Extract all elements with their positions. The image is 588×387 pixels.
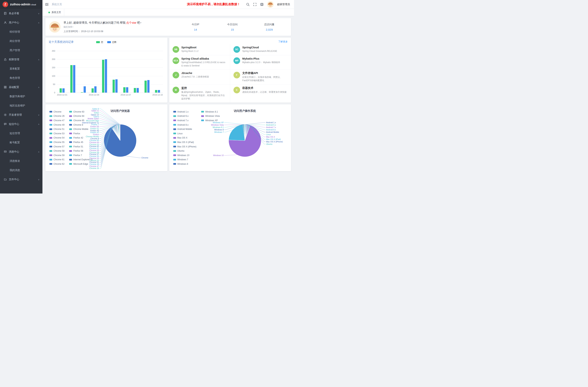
- sidebar-item-label: 消息中心: [9, 150, 19, 153]
- sidebar-subitem-[interactable]: 数据字典维护: [0, 92, 42, 101]
- sidebar-subitem-[interactable]: 我的消息: [0, 166, 42, 175]
- tech-stack-card: 了解更多 SBSpringBootSpring Boot 2.1.2SCSpri…: [169, 38, 291, 102]
- pie-label-line: [100, 125, 117, 125]
- bar-[interactable]: [123, 87, 126, 93]
- tech-item-[interactable]: C容器技术虚拟化容器技术，让迁移、部署更加方便快捷: [230, 84, 291, 103]
- pie-callout-label: Android 8.x: [266, 129, 276, 131]
- bar-group-2019-12-05: [99, 51, 110, 93]
- app-name: zuihou-admincloud: [10, 2, 36, 6]
- sidebar-item-[interactable]: 权限管理∧: [0, 55, 42, 64]
- x-axis-label: [110, 94, 120, 96]
- legend-item-[interactable]: 总数: [107, 41, 116, 44]
- sidebar-item-[interactable]: 用户中心∧: [0, 18, 42, 27]
- app-logo[interactable]: Z zuihou-admincloud: [0, 0, 42, 9]
- tech-item-title: 容器技术: [242, 86, 287, 90]
- bar-[interactable]: [137, 88, 139, 93]
- sidebar-item-[interactable]: 文件中心∨: [0, 175, 42, 184]
- sidebar-subitem-[interactable]: 岗位管理: [0, 37, 42, 46]
- sidebar-subitem-label: 角色管理: [10, 76, 20, 80]
- bar-[interactable]: [113, 80, 115, 93]
- pie-callout-label: Mac OS X (iPad): [266, 138, 281, 140]
- collapse-sidebar-icon[interactable]: [45, 2, 49, 6]
- visits-chart-x-axis: 2019-12-012019-12-042019-12-072019-12-10: [57, 94, 163, 96]
- x-axis-label: [67, 94, 78, 96]
- sidebar-item-label: 基础配置: [9, 86, 19, 89]
- bar-[interactable]: [94, 86, 97, 93]
- sidebar-subitem-label: 岗位管理: [10, 40, 20, 43]
- bar-[interactable]: [158, 90, 160, 93]
- bar-groups: [57, 51, 163, 93]
- greeting-block: 早上好, 超级管理员, 今天帮别人解决问题了吗 帮我 点个star 吧~ 疯狂加…: [63, 21, 142, 33]
- tech-item-desc: Mybatis-plus 3.2.0： Mybatis 增强组件: [242, 61, 280, 64]
- bar-[interactable]: [62, 88, 64, 93]
- tech-item-title: J2cache: [181, 71, 209, 75]
- sidebar-item-[interactable]: 短信中心∧: [0, 120, 42, 129]
- bar-[interactable]: [70, 65, 73, 93]
- pie-label-line: [224, 122, 245, 124]
- font-size-icon[interactable]: A: [260, 2, 264, 6]
- tech-item-j2cache[interactable]: JJ2cacheJ2cache2.7.8: 二级缓存框架: [169, 70, 230, 84]
- sidebar-item-[interactable]: 务必详看∨: [0, 9, 42, 18]
- bar-[interactable]: [60, 88, 62, 93]
- fullscreen-icon[interactable]: [253, 2, 257, 6]
- sidebar-subitem-[interactable]: 消息推送: [0, 156, 42, 166]
- sidebar-subitem-[interactable]: 角色管理: [0, 73, 42, 83]
- tech-item-[interactable]: M监控集成SpringBootAdmin、Zipkin、Redis、Mysql、…: [169, 84, 230, 103]
- bar-[interactable]: [81, 92, 83, 93]
- y-axis-label: 50: [53, 83, 55, 85]
- sidebar-item-label: 短信中心: [9, 122, 19, 126]
- search-icon[interactable]: [246, 2, 250, 6]
- sidebar-item-[interactable]: 基础配置∧: [0, 83, 42, 92]
- stats: 今日IP 14 今日访问 15 总访问量 2,029: [177, 23, 288, 31]
- tech-item-spring-cloud-alibaba[interactable]: SCASpring Cloud alibabaSpringCloudAlibab…: [169, 55, 230, 70]
- tab-home[interactable]: 系统主页: [45, 9, 64, 16]
- sidebar-subitem-[interactable]: 地区信息维护: [0, 101, 42, 110]
- charts-row: 近十天系统访问记录 您总数 050100150200250 2019-12-01…: [45, 38, 291, 102]
- user-avatar: [49, 21, 61, 33]
- bar-[interactable]: [102, 60, 104, 93]
- legend-item-[interactable]: 您: [96, 41, 103, 44]
- bar-[interactable]: [92, 88, 94, 93]
- chevron-up-icon: ∧: [38, 123, 40, 125]
- visits-bar-chart: 050100150200250: [57, 51, 163, 93]
- bar-[interactable]: [126, 87, 128, 93]
- avatar[interactable]: [267, 1, 274, 8]
- sidebar-subitem-label: 菜单配置: [10, 67, 20, 70]
- bar-group-2019-12-02: [67, 51, 78, 93]
- bar-[interactable]: [73, 65, 75, 93]
- bar-group-2019-12-03: [78, 51, 89, 93]
- sidebar-item-[interactable]: 消息中心∧: [0, 147, 42, 156]
- tech-item-springboot[interactable]: SBSpringBootSpring Boot 2.1.2: [169, 44, 230, 55]
- learn-more-link[interactable]: 了解更多: [278, 40, 288, 43]
- bar-[interactable]: [145, 81, 147, 93]
- bar-[interactable]: [147, 80, 149, 93]
- pie-label-line: [100, 123, 117, 125]
- pie-callout-label: Android 6.x: [266, 124, 276, 126]
- greeting-text: 早上好, 超级管理员, 今天帮别人解决问题了吗 帮我 点个star 吧~: [63, 21, 142, 24]
- bar-[interactable]: [155, 90, 157, 93]
- sidebar-item-[interactable]: 开发者管理∨: [0, 110, 42, 120]
- sidebar-item-label: 文件中心: [9, 178, 19, 181]
- sidebar-item-label: 开发者管理: [9, 113, 22, 117]
- tech-item-mybatis-plus[interactable]: MPMybatis-PlusMybatis-plus 3.2.0： Mybati…: [230, 55, 291, 70]
- sidebar-subitem-[interactable]: 菜单配置: [0, 64, 42, 73]
- os-pie-chart: Windows XPWindows VistaWindows 8.1Window…: [169, 105, 291, 170]
- sidebar-subitem-[interactable]: 短信管理: [0, 129, 42, 138]
- tech-item-api[interactable]: F文件存储API封装文件接口，实现本地存储、阿里云、FastDFS存储的配置化: [230, 70, 291, 84]
- sidebar-subitem-[interactable]: 用户管理: [0, 46, 42, 55]
- bar-[interactable]: [115, 79, 118, 93]
- bar-[interactable]: [134, 88, 136, 93]
- sidebar-subitem-[interactable]: 账号配置: [0, 138, 42, 147]
- sms-icon: [4, 122, 7, 126]
- bar-[interactable]: [105, 59, 107, 93]
- star-link[interactable]: 点个star: [126, 21, 136, 24]
- page-content: 早上好, 超级管理员, 今天帮别人解决问题了吗 帮我 点个star 吧~ 疯狂加…: [42, 16, 294, 194]
- bar-[interactable]: [84, 86, 86, 93]
- tech-item-springcloud[interactable]: SCSpringCloudSpring Cloud Greenwich.RELE…: [230, 44, 291, 55]
- legend-label: 总数: [112, 41, 116, 44]
- tech-card-header: 了解更多: [169, 38, 291, 44]
- lock-icon: [4, 58, 7, 61]
- tech-badge: C: [233, 87, 240, 93]
- sidebar-subitem-[interactable]: 组织管理: [0, 27, 42, 37]
- pie-slice-windows-7[interactable]: [229, 124, 245, 141]
